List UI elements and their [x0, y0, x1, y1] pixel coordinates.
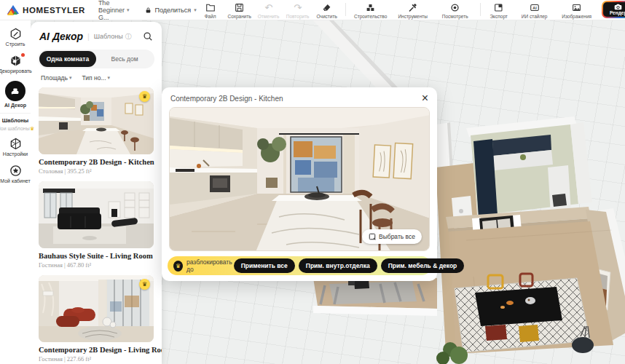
save-button[interactable]: Сохранить: [226, 1, 253, 19]
export-button[interactable]: Экспорт: [485, 1, 513, 19]
template-card-bauhaus[interactable]: Bauhaus Style Suite - Living Room Гостин…: [39, 181, 154, 269]
share-label: Поделиться: [154, 7, 191, 14]
brand-name: HOMESTYLER: [23, 6, 85, 15]
sidebar-item-build[interactable]: Строить: [0, 28, 31, 47]
decorate-icon: [9, 55, 22, 67]
card-thumbnail: [39, 87, 154, 154]
sidebar-item-my-templates[interactable]: Мои шаблоны♛: [0, 126, 34, 132]
project-name: The Beginner G...: [98, 0, 125, 21]
crown-icon: ♛: [173, 261, 183, 272]
card-title: Contemporary 2B Design - Living Room: [39, 346, 154, 354]
left-sidebar: Строить Декорировать AI Декор Шаблоны Мо…: [0, 20, 31, 364]
room-scope-tabs: Одна комната Весь дом: [38, 50, 154, 68]
ai-decor-sublinks: Шаблоны Мои шаблоны♛: [0, 113, 31, 132]
images-button[interactable]: Изображения: [557, 1, 597, 19]
redo-button[interactable]: ↷ Повторить: [284, 1, 312, 19]
ai-decor-panel: AI Декор | Шаблоны ⓘ Одна комната Весь д…: [31, 22, 162, 364]
card-title: Bauhaus Style Suite - Living Room: [39, 252, 154, 260]
modal-actions: Применить все Прим. внутр.отделка Прим. …: [234, 258, 465, 273]
chevron-down-icon: ▾: [127, 7, 130, 13]
modal-title: Contemporary 2B Design - Kitchen: [170, 95, 283, 103]
toolbar-divider: [480, 3, 481, 16]
toolbar-divider: [345, 3, 346, 16]
template-preview-modal: Contemporary 2B Design - Kitchen ×: [162, 87, 437, 281]
tab-single-room[interactable]: Одна комната: [39, 51, 96, 67]
sidebar-item-ai-decor[interactable]: AI Декор: [0, 81, 31, 108]
homestyler-app: HOMESTYLER The Beginner G... ▾ Поделитьс…: [0, 0, 625, 364]
apply-finishes-button[interactable]: Прим. внутр.отделка: [299, 258, 377, 273]
divider: |: [87, 32, 90, 41]
filter-room-type[interactable]: Тип но...▾: [82, 74, 111, 82]
redo-icon: ↷: [294, 2, 302, 12]
view-icon: [450, 2, 460, 12]
project-name-menu[interactable]: The Beginner G... ▾: [98, 0, 130, 21]
card-meta: Гостиная | 467.80 ft²: [39, 261, 154, 269]
sidebar-item-account[interactable]: Мой кабинет: [0, 165, 31, 184]
lock-icon: [145, 7, 152, 14]
render-button[interactable]: Рендер: [602, 1, 625, 18]
export-icon: [494, 2, 503, 12]
card-thumbnail: [39, 181, 154, 248]
undo-icon: ↶: [264, 2, 272, 12]
sidebar-item-settings[interactable]: Настройки: [0, 138, 31, 157]
construction-icon: [366, 2, 375, 12]
construction-button[interactable]: Строительство: [350, 1, 391, 19]
select-all-button[interactable]: Выбрать все: [362, 229, 422, 244]
share-button[interactable]: Поделиться ▾: [145, 7, 196, 14]
panel-header: AI Декор | Шаблоны ⓘ: [31, 22, 162, 48]
sidebar-item-templates[interactable]: Шаблоны: [2, 117, 28, 124]
template-card-list: ♛ Contemporary 2B Design - Kitchen Столо…: [31, 87, 162, 363]
file-button[interactable]: Файл: [197, 1, 224, 19]
select-icon: [369, 233, 376, 240]
card-meta: Столовая | 395.25 ft²: [39, 167, 154, 175]
info-icon[interactable]: ⓘ: [125, 32, 132, 41]
clear-button[interactable]: Очистить: [313, 1, 341, 19]
premium-badge-crown-icon: ♛: [139, 91, 150, 102]
apply-furniture-button[interactable]: Прим. мебель & декор: [381, 258, 465, 273]
ai-styler-icon: AI: [530, 2, 540, 12]
template-card-kitchen[interactable]: ♛ Contemporary 2B Design - Kitchen Столо…: [39, 87, 154, 175]
camera-icon: [614, 4, 622, 10]
render-label: Рендер: [610, 10, 625, 15]
ai-decor-icon: [5, 81, 25, 101]
ai-styler-button[interactable]: AI ИИ стайлер: [514, 1, 555, 19]
notification-dot: [21, 53, 25, 57]
unlock-upsell[interactable]: ♛ разблокировать до: [173, 258, 234, 273]
eraser-icon: [322, 2, 331, 12]
top-bar: HOMESTYLER The Beginner G... ▾ Поделитьс…: [0, 0, 625, 20]
premium-badge-crown-icon: ♛: [139, 279, 150, 290]
template-card-living[interactable]: ♛ Contemporary 2B Design - Living Room Г…: [39, 275, 154, 363]
sidebar-item-decorate[interactable]: Декорировать: [0, 55, 31, 74]
template-preview-image: Выбрать все: [169, 107, 430, 251]
settings-icon: [9, 138, 22, 150]
build-icon: [9, 28, 22, 40]
view-button[interactable]: Посмотреть: [435, 1, 476, 19]
filter-area[interactable]: Площадь▾: [41, 74, 72, 82]
tools-button[interactable]: Инструменты: [393, 1, 433, 19]
close-icon[interactable]: ×: [422, 94, 428, 103]
tools-icon: [408, 2, 417, 12]
folder-icon: [205, 2, 216, 12]
panel-subtitle: Шаблоны: [94, 33, 123, 40]
main-toolbar: Файл Сохранить ↶ Отменить ↷ Повторить: [197, 1, 625, 19]
svg-text:AI: AI: [532, 5, 537, 9]
unlock-label: разблокировать до: [186, 258, 234, 273]
tab-whole-house[interactable]: Весь дом: [96, 51, 153, 67]
chevron-down-icon: ▾: [108, 75, 111, 81]
save-icon: [235, 2, 244, 12]
images-icon: [572, 2, 581, 12]
crown-icon: ♛: [30, 126, 34, 131]
filter-row: Площадь▾ Тип но...▾: [31, 74, 162, 87]
account-icon: [9, 165, 22, 177]
homestyler-logo[interactable]: HOMESTYLER: [7, 5, 85, 15]
apply-all-button[interactable]: Применить все: [234, 258, 295, 273]
card-thumbnail: [39, 275, 154, 342]
card-meta: Гостиная | 227.66 ft²: [39, 355, 154, 363]
undo-button[interactable]: ↶ Отменить: [255, 1, 283, 19]
panel-title: AI Декор: [39, 31, 83, 42]
modal-header: Contemporary 2B Design - Kitchen ×: [162, 87, 437, 107]
search-icon[interactable]: [143, 31, 153, 41]
modal-action-bar: ♛ разблокировать до Применить все Прим. …: [168, 256, 431, 275]
card-title: Contemporary 2B Design - Kitchen: [39, 158, 154, 166]
homestyler-logo-icon: [7, 5, 19, 15]
